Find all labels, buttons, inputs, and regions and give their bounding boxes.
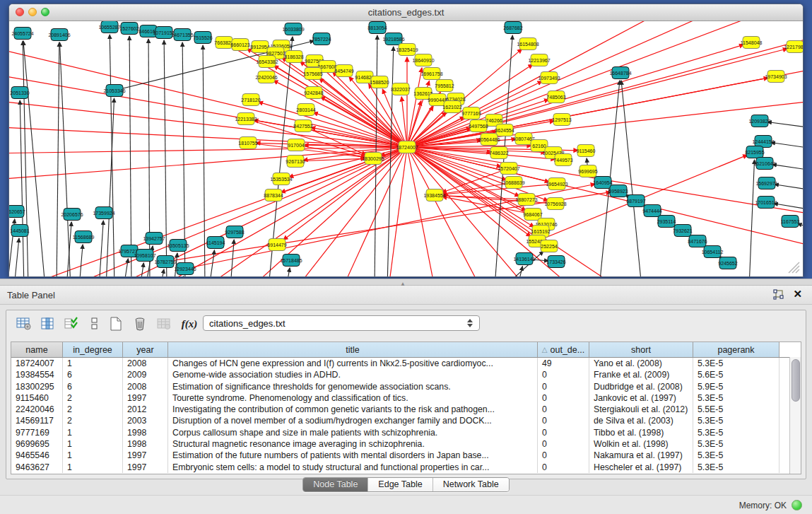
table-cell[interactable]: 2 <box>63 415 123 426</box>
graph-edge[interactable] <box>772 165 803 170</box>
table-row[interactable]: 911546021997Tourette syndrome. Phenomeno… <box>11 392 801 404</box>
graph-node[interactable]: 9267130 <box>286 156 305 168</box>
table-cell[interactable]: Dudbridge et al. (2008) <box>589 381 693 392</box>
table-cell[interactable]: 5.5E-5 <box>693 404 779 415</box>
table-cell[interactable]: 0 <box>538 392 589 404</box>
graph-node[interactable]: 7515526 <box>193 32 212 44</box>
float-panel-icon[interactable] <box>772 289 784 300</box>
table-cell[interactable]: Structural magnetic resonance image aver… <box>168 438 538 450</box>
table-cell[interactable]: 0 <box>538 369 589 380</box>
table-cell[interactable]: 1 <box>63 450 123 461</box>
graph-node[interactable]: 9699695 <box>578 165 597 177</box>
graph-node[interactable]: 1640954 <box>593 177 612 189</box>
graph-node[interactable]: 2620657 <box>9 206 25 218</box>
tab-network-table[interactable]: Network Table <box>433 478 509 491</box>
graph-node[interactable]: 1575685 <box>303 68 322 80</box>
graph-edge[interactable] <box>407 37 803 147</box>
graph-node[interactable]: 16782759 <box>154 256 176 268</box>
graph-node[interactable]: 1733426 <box>546 256 565 268</box>
graph-node[interactable]: 18640910 <box>412 54 434 66</box>
graph-node[interactable]: 8427552 <box>293 120 312 132</box>
graph-edge[interactable] <box>57 42 59 276</box>
graph-node[interactable]: 1297513 <box>552 114 571 126</box>
graph-node[interactable]: 12213383 <box>235 113 257 125</box>
table-cell[interactable]: 2008 <box>123 381 168 392</box>
graph-node[interactable]: 18724007 <box>396 141 418 153</box>
table-cell[interactable]: 9115460 <box>11 392 63 404</box>
graph-node[interactable]: 24055724 <box>11 28 33 40</box>
graph-node[interactable]: 12923446 <box>174 263 196 275</box>
graph-node[interactable]: 16648784 <box>609 67 631 79</box>
table-row[interactable]: 1938455462009Genome-wide association stu… <box>11 369 801 380</box>
table-cell[interactable]: 2 <box>63 392 123 404</box>
graph-node[interactable]: 1621022 <box>442 101 461 113</box>
graph-edge[interactable] <box>407 21 749 147</box>
graph-edge[interactable] <box>621 81 642 276</box>
table-cell[interactable]: de Silva et al. (2003) <box>589 415 693 426</box>
graph-edge[interactable] <box>407 147 572 276</box>
graph-node[interactable]: 8454749 <box>334 65 353 77</box>
graph-edge[interactable] <box>775 185 803 190</box>
table-cell[interactable]: Genome-wide association studies in ADHD. <box>168 369 538 380</box>
graph-node[interactable]: 5958923 <box>608 185 628 197</box>
graph-node[interactable]: 13505135 <box>167 240 189 252</box>
row-selection-icon[interactable] <box>63 315 81 332</box>
table-cell[interactable]: 0 <box>538 450 589 461</box>
table-cell[interactable]: 1 <box>63 462 123 473</box>
graph-node[interactable]: 2051330 <box>10 87 29 99</box>
table-cell[interactable]: 5.3E-5 <box>693 415 779 426</box>
network-canvas[interactable]: 2405572420891406106552871527602846616010… <box>9 21 803 276</box>
table-cell[interactable]: 0 <box>538 462 589 473</box>
table-row[interactable]: 946554611997Estimation of the future num… <box>11 450 801 461</box>
table-cell[interactable]: Estimation of the future numbers of pati… <box>168 450 538 461</box>
graph-node[interactable]: 19734903 <box>765 71 787 83</box>
graph-node[interactable]: 6914479 <box>267 239 286 251</box>
graph-edge[interactable] <box>20 100 24 276</box>
table-cell[interactable]: Tibbo et al. (1998) <box>589 427 693 438</box>
graph-node[interactable]: 8660123 <box>230 39 249 51</box>
graph-node[interactable]: 2687682 <box>503 22 522 34</box>
table-cell[interactable]: 6 <box>63 381 123 392</box>
graph-node[interactable]: 12217987 <box>784 41 803 53</box>
graph-node[interactable]: 10958107 <box>134 250 155 262</box>
graph-node[interactable]: 9777169 <box>461 107 481 119</box>
graph-node[interactable]: 19654923 <box>546 178 567 190</box>
graph-node[interactable]: 10688639 <box>502 177 524 189</box>
graph-node[interactable]: 18807273 <box>515 194 537 206</box>
graph-node[interactable]: 19384554 <box>423 189 445 201</box>
table-chooser-select[interactable]: citations_edges.txt <box>203 315 480 331</box>
table-cell[interactable]: 1 <box>63 438 123 450</box>
graph-node[interactable]: 20206576 <box>61 209 83 221</box>
graph-edge[interactable] <box>59 42 71 276</box>
graph-node[interactable]: 6497568 <box>469 120 488 132</box>
table-cell[interactable]: 9465546 <box>11 450 63 461</box>
graph-node[interactable]: 11568689 <box>73 231 95 243</box>
column-header-indegree[interactable]: in_degree <box>63 342 123 357</box>
table-row[interactable]: 969969511998Structural magnetic resonanc… <box>11 438 801 450</box>
table-cell[interactable]: 5.3E-5 <box>693 392 779 404</box>
column-header-pagerank[interactable]: pagerank <box>693 342 779 357</box>
table-row[interactable]: 1830029562008Estimation of significance … <box>11 381 801 392</box>
graph-node[interactable]: 8471676 <box>688 235 707 247</box>
table-cell[interactable]: 0 <box>538 438 589 450</box>
table-cell[interactable]: 6 <box>63 369 123 380</box>
graph-node[interactable]: 917004 <box>288 139 305 151</box>
merge-tables-icon[interactable] <box>86 315 104 332</box>
delete-column-icon[interactable] <box>131 315 149 332</box>
graph-edge[interactable] <box>774 204 803 210</box>
graph-node[interactable]: 12093822 <box>748 115 770 127</box>
graph-node[interactable]: 14136141 <box>513 253 535 265</box>
table-cell[interactable]: 19384554 <box>11 369 63 380</box>
table-cell[interactable]: 1998 <box>123 438 168 450</box>
graph-node[interactable]: 9297588 <box>225 226 244 238</box>
graph-edge[interactable] <box>205 147 407 276</box>
table-cell[interactable]: 22420046 <box>11 404 63 415</box>
graph-node[interactable]: 7932621 <box>673 225 692 237</box>
scrollbar-thumb[interactable] <box>792 359 800 402</box>
column-header-outde[interactable]: △out_de... <box>538 342 589 357</box>
graph-node[interactable]: 14671355 <box>171 29 193 41</box>
table-cell[interactable]: 1997 <box>123 462 168 473</box>
graph-edge[interactable] <box>129 36 131 276</box>
graph-node[interactable]: 15692971 <box>755 177 777 189</box>
graph-edge[interactable] <box>230 240 234 276</box>
